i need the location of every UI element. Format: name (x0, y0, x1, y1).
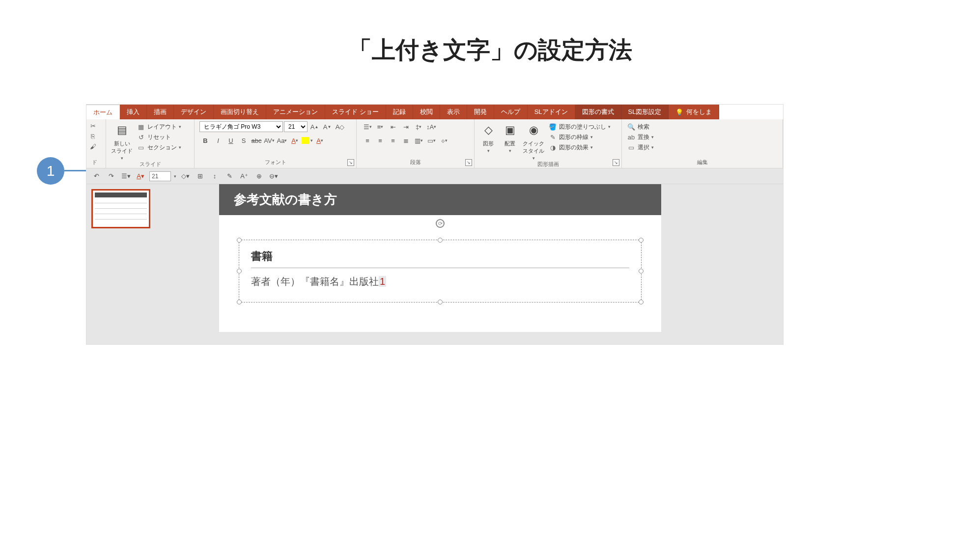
fill-label: 図形の塗りつぶし (559, 123, 606, 131)
clear-format-icon[interactable]: A◇ (334, 121, 346, 132)
highlight-button[interactable] (302, 137, 309, 144)
resize-handle[interactable] (237, 269, 242, 274)
tab-review[interactable]: 校閲 (413, 105, 440, 119)
font-dialog-launcher[interactable]: ↘ (347, 159, 354, 166)
font-color-button[interactable]: A▾ (289, 135, 301, 146)
slide-canvas[interactable]: 参考文献の書き方 ⟳ 書籍 (155, 184, 783, 344)
font-size-select[interactable]: 21 (284, 121, 308, 132)
bullets-button[interactable]: ☰▾ (362, 121, 373, 132)
qat-font-color-button[interactable]: A▾ (135, 170, 146, 182)
increase-font-icon[interactable]: A▲ (308, 121, 320, 132)
tab-record[interactable]: 記録 (386, 105, 413, 119)
shape-effects-button[interactable]: ◑図形の効果▾ (548, 143, 611, 152)
font-color2-button[interactable]: A▾ (314, 135, 326, 146)
tab-insert[interactable]: 挿入 (120, 105, 147, 119)
qat-zoom-out-button[interactable]: ⊖▾ (268, 170, 280, 182)
cut-icon[interactable]: ✂ (88, 121, 97, 130)
qat-edit-button[interactable]: ✎ (224, 170, 235, 182)
replace-button[interactable]: ab置換▾ (627, 133, 778, 141)
shape-outline-button[interactable]: ✎図形の枠線▾ (548, 133, 611, 141)
smartart-button[interactable]: ⟐▾ (438, 135, 450, 146)
textbox-text[interactable]: 著者（年）『書籍名』出版社1 (251, 275, 629, 288)
tab-sl-shape[interactable]: SL図形設定 (621, 105, 669, 119)
reset-button[interactable]: ↺リセット (137, 133, 181, 141)
copy-icon[interactable]: ⎘ (88, 132, 97, 140)
quick-access-toolbar: ↶ ↷ ☰▾ A▾ 21▾ ◇▾ ⊞ ↕ ✎ A⁺ ⊕ ⊖▾ (86, 168, 783, 184)
tab-sladdin[interactable]: SLアドイン (528, 105, 575, 119)
strike-button[interactable]: abc (251, 135, 262, 146)
qat-zoom-in-button[interactable]: ⊕ (253, 170, 265, 182)
format-painter-icon[interactable]: 🖌 (88, 142, 97, 151)
resize-handle[interactable] (639, 300, 644, 304)
select-label: 選択 (638, 143, 649, 152)
align-center-button[interactable]: ≡ (374, 135, 386, 146)
resize-handle[interactable] (438, 300, 443, 304)
arrange-button[interactable]: ▣配置▾ (501, 121, 519, 153)
tab-view[interactable]: 表示 (440, 105, 467, 119)
decrease-font-icon[interactable]: A▼ (321, 121, 333, 132)
qat-shape-button[interactable]: ◇▾ (179, 170, 191, 182)
align-right-button[interactable]: ≡ (387, 135, 399, 146)
qat-bullets-button[interactable]: ☰▾ (120, 170, 132, 182)
resize-handle[interactable] (438, 238, 443, 243)
justify-button[interactable]: ≣ (400, 135, 412, 146)
resize-handle[interactable] (639, 269, 644, 274)
qat-font-size[interactable]: 21 (149, 171, 171, 181)
increase-indent-button[interactable]: ⇥ (400, 121, 412, 132)
search-icon: 🔍 (627, 122, 636, 131)
shape-fill-button[interactable]: 🪣図形の塗りつぶし▾ (548, 122, 611, 131)
rotate-handle-icon[interactable]: ⟳ (436, 219, 445, 228)
decrease-indent-button[interactable]: ⇤ (387, 121, 399, 132)
bold-button[interactable]: B (199, 135, 211, 146)
qat-grow-font-button[interactable]: A⁺ (238, 170, 250, 182)
tab-slideshow[interactable]: スライド ショー (325, 105, 386, 119)
columns-button[interactable]: ▥▾ (413, 135, 424, 146)
quickstyle-button[interactable]: ◉クイック スタイル▾ (523, 121, 544, 161)
select-button[interactable]: ▭選択▾ (627, 143, 778, 152)
numbering-button[interactable]: ≡▾ (374, 121, 386, 132)
underline-button[interactable]: U (225, 135, 237, 146)
paragraph-dialog-launcher[interactable]: ↘ (465, 159, 472, 166)
tab-design[interactable]: デザイン (174, 105, 214, 119)
line-spacing-button[interactable]: ‡▾ (413, 121, 424, 132)
tab-animations[interactable]: アニメーション (266, 105, 325, 119)
align-text-button[interactable]: ▭▾ (425, 135, 437, 146)
char-spacing-button[interactable]: AV▾ (263, 135, 275, 146)
text-before-selection: 著者（年）『書籍名』出版社 (251, 276, 379, 287)
drawing-dialog-launcher[interactable]: ↘ (613, 159, 619, 166)
select-icon: ▭ (627, 143, 636, 152)
tab-home[interactable]: ホーム (86, 105, 120, 119)
find-button[interactable]: 🔍検索 (627, 122, 778, 131)
italic-button[interactable]: I (212, 135, 224, 146)
font-name-select[interactable]: ヒラギノ角ゴ Pro W3 (199, 121, 283, 132)
editing-group-label: 編集 (627, 159, 778, 167)
section-button[interactable]: ▭セクション▾ (137, 143, 181, 152)
textbox[interactable]: 書籍 著者（年）『書籍名』出版社1 (239, 240, 642, 303)
tab-help[interactable]: ヘルプ (494, 105, 528, 119)
tab-draw[interactable]: 描画 (147, 105, 174, 119)
resize-handle[interactable] (237, 238, 242, 243)
qat-height-button[interactable]: ↕ (209, 170, 221, 182)
tab-tellme[interactable]: 💡何をしま (669, 105, 719, 119)
group-clipboard: ✂ ⎘ 🖌 ド (86, 119, 106, 168)
thumbnail-1[interactable] (91, 189, 150, 228)
undo-button[interactable]: ↶ (90, 170, 102, 182)
tab-shape-format[interactable]: 図形の書式 (575, 105, 621, 119)
redo-button[interactable]: ↷ (105, 170, 117, 182)
tellme-label: 何をしま (686, 108, 712, 116)
text-direction-button[interactable]: ↕A▾ (425, 121, 437, 132)
page-title: 「上付き文字」の設定方法 (0, 34, 980, 66)
shapes-button[interactable]: ◇図形▾ (479, 121, 497, 153)
change-case-button[interactable]: Aa▾ (276, 135, 288, 146)
tab-transitions[interactable]: 画面切り替え (214, 105, 266, 119)
qat-align-button[interactable]: ⊞ (194, 170, 206, 182)
effects-icon: ◑ (548, 143, 557, 152)
align-left-button[interactable]: ≡ (362, 135, 373, 146)
layout-button[interactable]: ▦レイアウト▾ (137, 122, 181, 131)
shadow-button[interactable]: S (238, 135, 250, 146)
resize-handle[interactable] (237, 300, 242, 304)
group-paragraph: ☰▾ ≡▾ ⇤ ⇥ ‡▾ ↕A▾ ≡ ≡ ≡ ≣ ▥▾ ▭▾ ⟐▾ (357, 119, 475, 168)
resize-handle[interactable] (639, 238, 644, 243)
tab-developer[interactable]: 開発 (467, 105, 494, 119)
new-slide-button[interactable]: ▤ 新しい スライド ▾ (111, 121, 133, 161)
